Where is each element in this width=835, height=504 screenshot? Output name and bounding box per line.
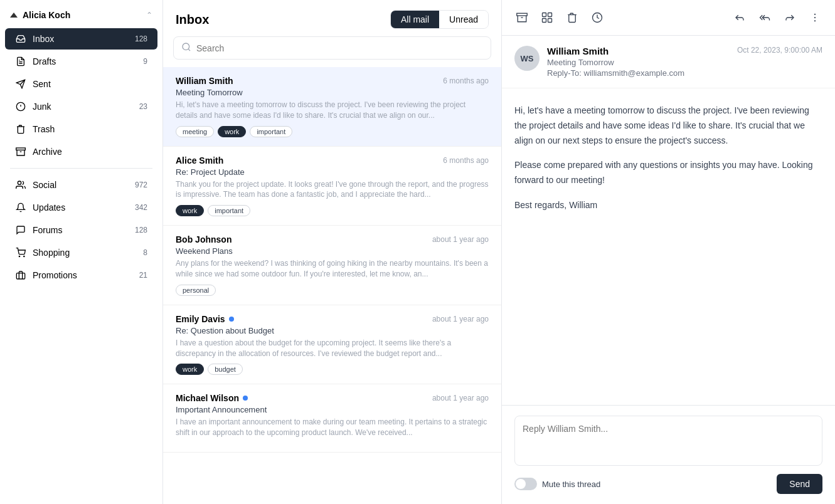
send-button[interactable]: Send bbox=[777, 474, 822, 494]
drafts-icon bbox=[15, 56, 26, 67]
sidebar-item-promotions[interactable]: Promotions 21 bbox=[5, 265, 157, 286]
move-button[interactable] bbox=[537, 8, 557, 28]
email-preview-4: I have a question about the budget for t… bbox=[176, 338, 489, 359]
svg-rect-12 bbox=[16, 273, 24, 279]
social-icon bbox=[15, 179, 26, 191]
sidebar-item-shopping[interactable]: Shopping 8 bbox=[5, 242, 157, 263]
tag-work-1: work bbox=[218, 126, 246, 137]
more-options-button[interactable] bbox=[805, 8, 825, 28]
filter-unread[interactable]: Unread bbox=[439, 11, 488, 28]
trash-label: Trash bbox=[33, 124, 55, 134]
svg-point-22 bbox=[814, 14, 816, 15]
svg-point-23 bbox=[814, 17, 816, 18]
email-time-5: about 1 year ago bbox=[432, 394, 489, 402]
email-card-5[interactable]: Michael Wilson about 1 year ago Importan… bbox=[163, 384, 501, 453]
toolbar-right bbox=[730, 8, 825, 28]
email-card-2[interactable]: Alice Smith 6 months ago Re: Project Upd… bbox=[163, 147, 501, 226]
inbox-badge: 128 bbox=[135, 34, 147, 43]
drafts-label: Drafts bbox=[33, 56, 56, 66]
email-subject-display: Meeting Tomorrow bbox=[547, 58, 730, 67]
email-subject-5: Important Announcement bbox=[176, 405, 489, 414]
sender-avatar: WS bbox=[514, 46, 540, 71]
email-viewer-panel: WS William Smith Meeting Tomorrow Reply-… bbox=[502, 0, 835, 504]
svg-point-11 bbox=[24, 256, 24, 256]
reply-area: Mute this thread Send bbox=[502, 405, 835, 504]
mute-toggle-wrap: Mute this thread bbox=[514, 478, 600, 490]
forward-button[interactable] bbox=[780, 8, 800, 28]
tag-important-1: important bbox=[250, 126, 292, 137]
svg-rect-15 bbox=[517, 13, 528, 16]
email-preview-1: Hi, let's have a meeting tomorrow to dis… bbox=[176, 100, 489, 121]
forums-label: Forums bbox=[33, 225, 62, 235]
email-time-4: about 1 year ago bbox=[432, 315, 489, 323]
trash-icon bbox=[15, 123, 26, 135]
archive-button[interactable] bbox=[512, 8, 532, 28]
email-card-3[interactable]: Bob Johnson about 1 year ago Weekend Pla… bbox=[163, 226, 501, 305]
reply-all-button[interactable] bbox=[755, 8, 775, 28]
junk-badge: 23 bbox=[139, 102, 147, 111]
toolbar-left bbox=[512, 8, 607, 28]
tag-work-4: work bbox=[176, 364, 204, 375]
junk-label: Junk bbox=[33, 102, 51, 112]
email-card-1[interactable]: William Smith 6 months ago Meeting Tomor… bbox=[163, 67, 501, 147]
email-subject-3: Weekend Plans bbox=[176, 246, 489, 256]
filter-all-mail[interactable]: All mail bbox=[391, 11, 439, 28]
forums-icon bbox=[15, 224, 26, 236]
sidebar-item-social[interactable]: Social 972 bbox=[5, 174, 157, 196]
inbox-label: Inbox bbox=[33, 34, 54, 44]
updates-label: Updates bbox=[33, 202, 65, 213]
sidebar: Alicia Koch ⌃ Inbox 128 Drafts 9 Sent bbox=[0, 0, 163, 504]
tag-meeting: meeting bbox=[176, 126, 214, 137]
tag-budget: budget bbox=[208, 364, 243, 375]
body-paragraph-1: Hi, let's have a meeting tomorrow to dis… bbox=[514, 103, 822, 148]
promotions-icon bbox=[15, 270, 26, 281]
email-card-4[interactable]: Emily Davis about 1 year ago Re: Questio… bbox=[163, 305, 501, 385]
email-sender-3: Bob Johnson bbox=[176, 234, 231, 244]
body-paragraph-3: Best regards, William bbox=[514, 198, 822, 213]
svg-point-13 bbox=[183, 43, 189, 50]
sidebar-item-junk[interactable]: Junk 23 bbox=[5, 96, 157, 117]
email-time-3: about 1 year ago bbox=[432, 235, 489, 244]
filter-buttons: All mail Unread bbox=[390, 10, 489, 29]
inbox-icon bbox=[15, 33, 26, 45]
toggle-knob bbox=[516, 479, 526, 489]
search-input[interactable] bbox=[196, 43, 483, 53]
social-label: Social bbox=[33, 180, 56, 190]
delete-button[interactable] bbox=[562, 8, 582, 28]
mute-toggle[interactable] bbox=[514, 478, 537, 490]
sent-icon bbox=[15, 78, 26, 90]
svg-point-24 bbox=[814, 20, 816, 21]
updates-badge: 342 bbox=[135, 203, 147, 212]
svg-rect-17 bbox=[543, 13, 546, 17]
reply-textarea[interactable] bbox=[514, 416, 822, 466]
unread-dot-4 bbox=[229, 317, 234, 322]
body-paragraph-2: Please come prepared with any questions … bbox=[514, 158, 822, 188]
email-tags-2: work important bbox=[176, 205, 489, 216]
sidebar-item-trash[interactable]: Trash bbox=[5, 118, 157, 140]
email-tags-3: personal bbox=[176, 285, 489, 296]
email-body: Hi, let's have a meeting tomorrow to dis… bbox=[502, 88, 835, 405]
snooze-button[interactable] bbox=[587, 8, 607, 28]
email-items: William Smith 6 months ago Meeting Tomor… bbox=[163, 67, 501, 504]
shopping-label: Shopping bbox=[33, 248, 70, 258]
sidebar-item-inbox[interactable]: Inbox 128 bbox=[5, 28, 157, 50]
user-name: Alicia Koch bbox=[23, 10, 70, 20]
user-header[interactable]: Alicia Koch ⌃ bbox=[0, 5, 162, 28]
sidebar-item-forums[interactable]: Forums 128 bbox=[5, 219, 157, 241]
promotions-badge: 21 bbox=[139, 271, 147, 280]
sidebar-item-archive[interactable]: Archive bbox=[5, 141, 157, 162]
sidebar-item-sent[interactable]: Sent bbox=[5, 73, 157, 95]
unread-dot-5 bbox=[243, 396, 248, 401]
email-header-info: William Smith Meeting Tomorrow Reply-To:… bbox=[547, 46, 730, 78]
promotions-label: Promotions bbox=[33, 270, 77, 280]
reply-button[interactable] bbox=[730, 8, 750, 28]
updates-icon bbox=[15, 202, 26, 213]
email-list-header: Inbox All mail Unread bbox=[163, 0, 501, 36]
sidebar-divider bbox=[10, 168, 152, 169]
shopping-icon bbox=[15, 247, 26, 258]
svg-point-9 bbox=[18, 181, 21, 184]
search-wrap bbox=[173, 36, 491, 60]
inbox-title: Inbox bbox=[176, 13, 209, 27]
sidebar-item-drafts[interactable]: Drafts 9 bbox=[5, 51, 157, 72]
sidebar-item-updates[interactable]: Updates 342 bbox=[5, 197, 157, 218]
